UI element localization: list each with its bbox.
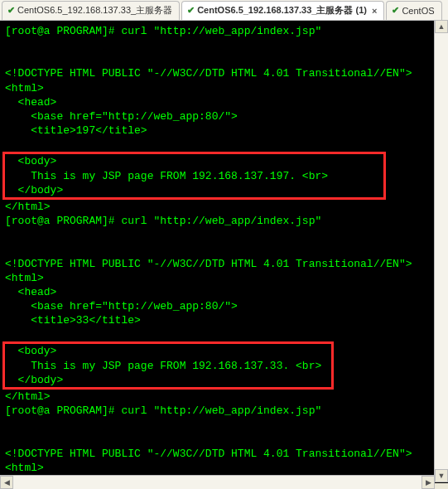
tab-label: CentOS: [402, 6, 434, 16]
terminal-output[interactable]: [root@a PROGRAM]# curl "http://web_app/i…: [0, 21, 448, 483]
output-line: </html>: [5, 201, 51, 213]
output-line: </body>: [5, 374, 63, 386]
close-icon[interactable]: ×: [372, 6, 377, 16]
output-line: <base href="http://web_app:80/">: [5, 300, 238, 312]
highlight-box: <body> This is my JSP page FROM 192.168.…: [2, 341, 334, 389]
output-line: <html>: [5, 462, 44, 474]
vertical-scrollbar[interactable]: ▲ ▼: [434, 20, 448, 482]
shell-prompt: [root@a PROGRAM]# curl "http://web_app/i…: [5, 25, 321, 37]
shell-prompt: [root@a PROGRAM]# curl "http://web_app/i…: [5, 215, 321, 227]
check-icon: ✔: [187, 5, 195, 16]
scroll-track[interactable]: [435, 33, 448, 469]
output-line: This is my JSP page FROM 192.168.137.197…: [5, 170, 328, 182]
output-line: <body>: [5, 155, 56, 167]
tab-server-3-partial[interactable]: ✔ CentOS: [386, 1, 441, 20]
tab-server-2-active[interactable]: ✔ CentOS6.5_192.168.137.33_主服务器 (1) ×: [181, 1, 384, 20]
scroll-down-button[interactable]: ▼: [435, 469, 448, 482]
scroll-left-button[interactable]: ◀: [0, 476, 13, 489]
output-line: <title>33</title>: [5, 314, 141, 327]
output-line: <head>: [5, 96, 56, 109]
horizontal-scrollbar[interactable]: ◀ ▶: [0, 475, 435, 489]
tab-server-1[interactable]: ✔ CentOS6.5_192.168.137.33_主服务器: [2, 1, 180, 20]
output-line: </html>: [5, 390, 51, 403]
tab-bar: ✔ CentOS6.5_192.168.137.33_主服务器 ✔ CentOS…: [0, 0, 448, 21]
output-line: <html>: [5, 272, 44, 284]
output-line: </body>: [5, 184, 63, 196]
shell-prompt: [root@a PROGRAM]# curl "http://web_app/i…: [5, 404, 321, 417]
tab-label: CentOS6.5_192.168.137.33_主服务器: [17, 4, 172, 17]
check-icon: ✔: [7, 5, 15, 16]
check-icon: ✔: [392, 5, 399, 16]
output-line: <!DOCTYPE HTML PUBLIC "-//W3C//DTD HTML …: [5, 67, 412, 80]
output-line: <head>: [5, 286, 56, 298]
output-line: <title>197</title>: [5, 124, 147, 137]
scroll-up-button[interactable]: ▲: [435, 20, 448, 33]
output-line: <html>: [5, 82, 44, 94]
output-line: <base href="http://web_app:80/">: [5, 110, 238, 123]
output-line: <body>: [5, 345, 56, 357]
scroll-right-button[interactable]: ▶: [422, 476, 435, 489]
output-line: <!DOCTYPE HTML PUBLIC "-//W3C//DTD HTML …: [5, 448, 412, 460]
output-line: This is my JSP page FROM 192.168.137.33.…: [5, 360, 321, 372]
highlight-box: <body> This is my JSP page FROM 192.168.…: [2, 152, 386, 199]
scroll-track[interactable]: [13, 476, 422, 489]
output-line: <!DOCTYPE HTML PUBLIC "-//W3C//DTD HTML …: [5, 258, 412, 270]
tab-label: CentOS6.5_192.168.137.33_主服务器 (1): [197, 4, 367, 17]
